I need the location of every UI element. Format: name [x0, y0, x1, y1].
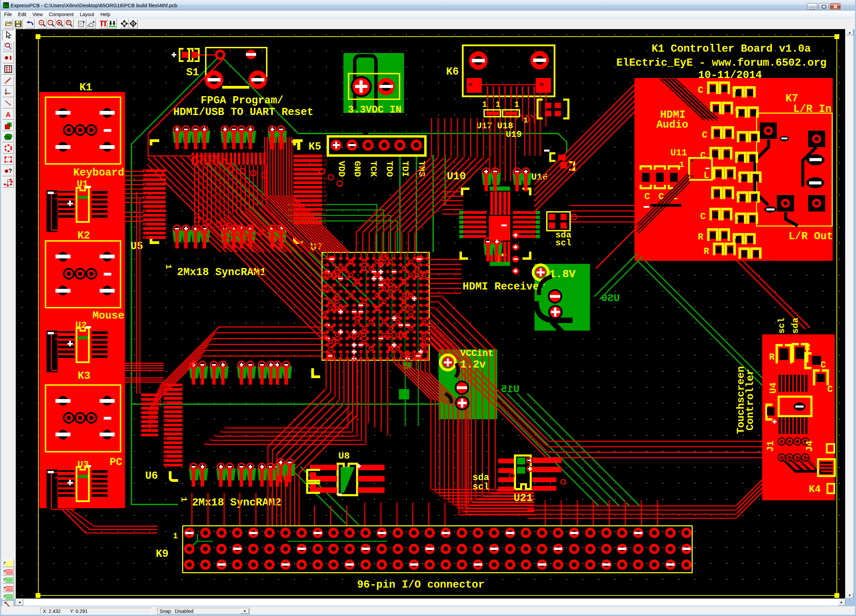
- svg-text:K9: K9: [156, 548, 168, 560]
- svg-text:scl: scl: [473, 482, 489, 492]
- svg-text:U19: U19: [506, 129, 522, 140]
- svg-text:GND: GND: [352, 161, 362, 177]
- svg-text:TCK: TCK: [368, 161, 378, 177]
- svg-text:P: P: [67, 20, 69, 25]
- svg-text:R: R: [769, 352, 775, 363]
- svg-text:K1: K1: [79, 81, 92, 94]
- svg-text:U11: U11: [670, 148, 687, 158]
- svg-text:J1: J1: [765, 441, 776, 452]
- svg-text:sda: sda: [790, 318, 801, 334]
- svg-text:K6: K6: [446, 66, 459, 78]
- svg-text:C: C: [644, 192, 650, 202]
- svg-text:C: C: [821, 360, 826, 370]
- svg-text:1: 1: [164, 264, 173, 269]
- svg-text:Audio: Audio: [656, 119, 688, 131]
- svg-text:Keyboard: Keyboard: [73, 167, 124, 179]
- svg-text:U6: U6: [145, 470, 158, 482]
- svg-text:S1: S1: [186, 66, 199, 78]
- svg-text:2Mx18 SyncRAM1: 2Mx18 SyncRAM1: [177, 266, 266, 278]
- svg-text:K4: K4: [809, 484, 821, 495]
- svg-text:U4: U4: [768, 383, 779, 393]
- svg-text:R: R: [704, 246, 710, 257]
- svg-text:U2: U2: [75, 320, 87, 330]
- svg-text:K7: K7: [785, 92, 798, 104]
- svg-text:L/R Out: L/R Out: [788, 230, 833, 242]
- svg-text:Controller: Controller: [744, 369, 756, 430]
- svg-text:C: C: [702, 130, 707, 140]
- svg-text:U8: U8: [338, 451, 350, 461]
- svg-text:R: R: [698, 232, 704, 242]
- svg-text:1: 1: [514, 100, 519, 109]
- svg-text:+: +: [40, 20, 42, 25]
- svg-text:scl: scl: [777, 318, 787, 334]
- svg-text:C: C: [698, 85, 703, 95]
- svg-text:C: C: [700, 212, 706, 222]
- svg-text:1: 1: [496, 100, 500, 109]
- svg-text:1: 1: [173, 532, 178, 541]
- svg-text:−: −: [49, 20, 51, 25]
- svg-text:K1 Controller Board v1.0a: K1 Controller Board v1.0a: [651, 43, 811, 55]
- svg-text:sda: sda: [473, 473, 489, 483]
- svg-text:U3: U3: [77, 459, 89, 470]
- svg-text:J4: J4: [805, 441, 815, 452]
- svg-text:K2: K2: [77, 230, 90, 241]
- svg-text:1: 1: [179, 497, 188, 502]
- svg-text:C: C: [700, 151, 706, 161]
- svg-text:scl: scl: [555, 238, 571, 248]
- svg-text:U21: U21: [514, 492, 533, 504]
- svg-text:1.2v: 1.2v: [460, 359, 486, 371]
- svg-text:U15: U15: [501, 384, 519, 395]
- svg-text:96-pin I/O connector: 96-pin I/O connector: [357, 579, 485, 591]
- svg-text:PC: PC: [109, 456, 122, 468]
- svg-text:ElEctric_EyE - www.forum.6502.: ElEctric_EyE - www.forum.6502.org: [616, 57, 827, 69]
- svg-text:Mouse: Mouse: [92, 310, 124, 322]
- svg-text:K5: K5: [308, 141, 321, 153]
- svg-text:A: A: [132, 22, 134, 26]
- svg-text:C: C: [827, 384, 833, 395]
- svg-text:K3: K3: [78, 370, 91, 382]
- svg-text:1: 1: [679, 160, 684, 169]
- svg-text:A: A: [6, 111, 11, 118]
- svg-text:■: ■: [58, 20, 61, 25]
- svg-text:U10: U10: [447, 171, 466, 183]
- svg-text:1: 1: [523, 116, 528, 125]
- svg-text:TDO: TDO: [384, 161, 394, 177]
- svg-text:VCCint: VCCint: [460, 349, 493, 359]
- svg-text:HDMI Receiver: HDMI Receiver: [463, 281, 545, 293]
- svg-text:?: ?: [9, 168, 12, 174]
- svg-text:HDMI/USB TO UART Reset: HDMI/USB TO UART Reset: [173, 106, 313, 118]
- svg-text:TDI: TDI: [400, 161, 410, 177]
- svg-text:L: L: [704, 171, 709, 181]
- svg-text:3.3VDC IN: 3.3VDC IN: [348, 104, 402, 116]
- svg-text:1: 1: [482, 100, 487, 109]
- svg-text:FPGA Program/: FPGA Program/: [201, 94, 283, 106]
- svg-text:10-11/2014: 10-11/2014: [698, 69, 762, 81]
- svg-text:U1: U1: [77, 179, 88, 189]
- svg-text:VDD: VDD: [336, 161, 346, 177]
- svg-text:1.8V: 1.8V: [549, 268, 576, 281]
- svg-text:U5: U5: [131, 240, 143, 252]
